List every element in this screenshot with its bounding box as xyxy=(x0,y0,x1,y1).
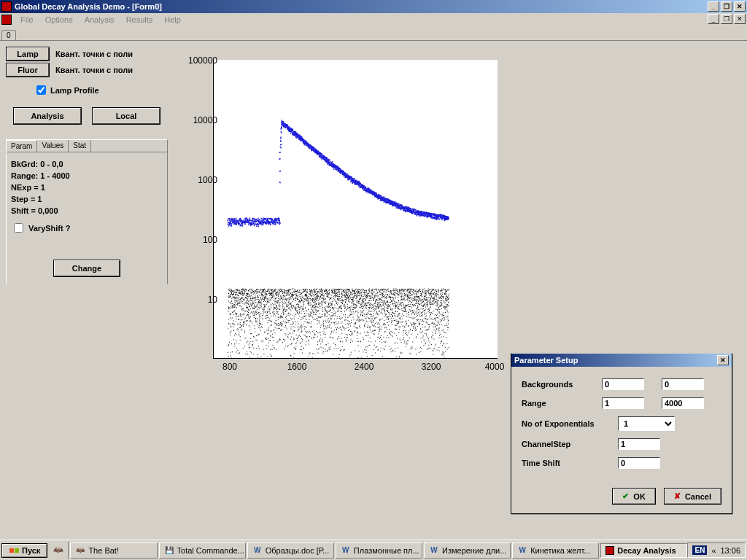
varyshift-label: VaryShift ? xyxy=(28,224,70,233)
task-doc3[interactable]: WИзмерение дли... xyxy=(424,542,511,559)
analysis-button[interactable]: Analysis xyxy=(14,108,81,124)
parameter-setup-dialog: Parameter Setup ✕ Backgrounds Range No o… xyxy=(511,353,732,514)
task-totalcmd[interactable]: 💾Total Commande... xyxy=(159,542,246,559)
param-step: Step = 1 xyxy=(11,195,163,203)
taskbar: Пуск 🦇 🦇The Bat! 💾Total Commande... WОбр… xyxy=(0,540,747,560)
lamp-profile-checkbox[interactable] xyxy=(36,85,46,95)
disk-icon: 💾 xyxy=(164,545,174,556)
left-panel: Lamp Квант. точки с поли Fluor Квант. то… xyxy=(6,47,168,284)
lamp-profile-label: Lamp Profile xyxy=(50,86,99,95)
word-icon: W xyxy=(429,545,439,556)
cancel-button[interactable]: ✘Cancel xyxy=(664,488,721,505)
word-icon: W xyxy=(517,545,527,556)
xtick-2400: 2400 xyxy=(349,362,379,372)
range-input-a[interactable] xyxy=(602,397,644,409)
system-tray: EN « 13:06 xyxy=(687,542,746,558)
clock: 13:06 xyxy=(721,546,741,555)
nexp-select[interactable]: 1 xyxy=(618,416,675,431)
dialog-title: Parameter Setup xyxy=(514,356,578,365)
xtick-4000: 4000 xyxy=(480,362,509,372)
ytick-100000: 100000 xyxy=(174,55,217,66)
param-nexp: NExp = 1 xyxy=(11,183,163,192)
ytick-100: 100 xyxy=(174,235,217,245)
menu-help[interactable]: Help xyxy=(158,14,187,26)
word-icon: W xyxy=(341,545,351,556)
titlebar: Global Decay Analysis Demo - [Form0] _ ❐… xyxy=(0,0,747,13)
ytick-10: 10 xyxy=(174,295,217,305)
bat-icon: 🦇 xyxy=(75,545,85,556)
x-icon: ✘ xyxy=(674,491,681,501)
param-bkgrd: BkGrd: 0 - 0,0 xyxy=(11,160,163,168)
dialog-titlebar: Parameter Setup ✕ xyxy=(511,354,732,367)
fluor-label: Квант. точки с поли xyxy=(55,66,133,74)
mdi-close-button[interactable]: ✕ xyxy=(734,14,746,24)
timeshift-label: Time Shift xyxy=(522,459,618,467)
change-button[interactable]: Change xyxy=(54,260,120,276)
mdi-minimize-button[interactable]: _ xyxy=(708,14,719,24)
task-doc2[interactable]: WПлазмонные пл... xyxy=(336,542,422,559)
tab-stat[interactable]: Stat xyxy=(69,140,91,152)
check-icon: ✔ xyxy=(622,491,629,501)
nexp-label: No of Exponentials xyxy=(522,419,618,428)
close-button[interactable]: ✕ xyxy=(734,1,746,12)
param-tabset: Param Values Stat BkGrd: 0 - 0,0 Range: … xyxy=(6,139,168,284)
maximize-button[interactable]: ❐ xyxy=(721,1,732,12)
form-tabstrip: 0 xyxy=(0,26,747,41)
xtick-1600: 1600 xyxy=(282,362,311,372)
range-label: Range xyxy=(522,399,602,408)
xtick-3200: 3200 xyxy=(417,362,446,372)
lamp-label: Квант. точки с поли xyxy=(55,50,133,58)
chart-area: 100000 10000 1000 100 10 800 1600 2400 3… xyxy=(146,60,511,381)
lang-indicator[interactable]: EN xyxy=(692,545,707,555)
word-icon: W xyxy=(252,545,263,556)
task-doc1[interactable]: WОбразцы.doc [Р... xyxy=(247,542,334,559)
backgrounds-input-b[interactable] xyxy=(662,378,704,390)
form-tab-0[interactable]: 0 xyxy=(1,30,16,40)
menu-options[interactable]: Options xyxy=(39,14,79,26)
app-icon xyxy=(1,1,12,12)
param-range: Range: 1 - 4000 xyxy=(11,171,163,180)
timeshift-input[interactable] xyxy=(618,457,660,469)
ok-button[interactable]: ✔OK xyxy=(612,488,656,505)
minimize-button[interactable]: _ xyxy=(708,1,719,12)
menu-file[interactable]: File xyxy=(15,14,39,26)
decay-canvas xyxy=(214,60,498,359)
menu-results[interactable]: Results xyxy=(120,14,159,26)
app-icon-small xyxy=(605,546,614,555)
menubar: File Options Analysis Results Help _ ❐ ✕ xyxy=(0,13,747,26)
task-doc4[interactable]: WКинетика желт... xyxy=(512,542,599,559)
tab-param[interactable]: Param xyxy=(7,140,37,152)
menu-analysis[interactable]: Analysis xyxy=(79,14,120,26)
tray-chevron-icon[interactable]: « xyxy=(711,546,716,555)
channelstep-label: ChannelStep xyxy=(522,440,618,448)
title-text: Global Decay Analysis Demo - [Form0] xyxy=(15,2,162,11)
ytick-1000: 1000 xyxy=(174,175,217,185)
param-shift: Shift = 0,000 xyxy=(11,206,163,215)
varyshift-checkbox[interactable] xyxy=(14,223,23,233)
ytick-10000: 10000 xyxy=(174,115,217,125)
dialog-close-button[interactable]: ✕ xyxy=(717,355,729,365)
task-thebat[interactable]: 🦇The Bat! xyxy=(70,542,157,559)
xtick-800: 800 xyxy=(215,362,244,372)
quick-launch: 🦇 xyxy=(49,542,69,559)
fluor-button[interactable]: Fluor xyxy=(7,63,49,77)
tab-values[interactable]: Values xyxy=(37,140,69,152)
windows-flag-icon xyxy=(9,548,19,553)
backgrounds-label: Backgrounds xyxy=(522,380,602,389)
ql-bat-icon[interactable]: 🦇 xyxy=(52,544,65,557)
doc-icon xyxy=(1,15,12,25)
channelstep-input[interactable] xyxy=(618,438,660,450)
task-decay-analysis[interactable]: Decay Analysis xyxy=(600,543,687,558)
backgrounds-input-a[interactable] xyxy=(602,378,644,390)
lamp-button[interactable]: Lamp xyxy=(7,47,49,61)
range-input-b[interactable] xyxy=(662,397,704,409)
decay-plot xyxy=(213,60,498,359)
start-button[interactable]: Пуск xyxy=(1,543,47,558)
mdi-restore-button[interactable]: ❐ xyxy=(721,14,732,24)
